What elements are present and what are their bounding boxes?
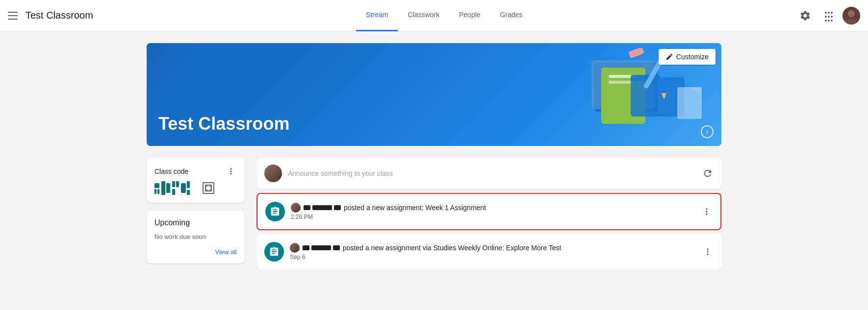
upcoming-title: Upcoming	[154, 218, 237, 227]
nav-left: Test Classroom	[8, 10, 93, 22]
svg-rect-20	[166, 183, 170, 193]
post-2-menu[interactable]	[702, 246, 714, 258]
refresh-icon[interactable]	[702, 167, 714, 179]
class-code-header: Class code	[154, 166, 237, 177]
app-title: Test Classroom	[26, 10, 93, 21]
post-2-action: posted a new assignment via Studies Week…	[343, 244, 561, 252]
svg-rect-22	[176, 181, 179, 187]
post-2-content: posted a new assignment via Studies Week…	[290, 243, 696, 261]
tab-grades[interactable]: Grades	[490, 0, 533, 31]
post-1-user-avatar	[291, 203, 301, 213]
tab-classwork[interactable]: Classwork	[398, 0, 449, 31]
post-1-time: 2:26 PM	[291, 214, 695, 220]
svg-rect-24	[181, 183, 186, 193]
banner-info-icon[interactable]: i	[701, 125, 714, 138]
announce-avatar-image	[264, 165, 282, 182]
post-2-icon	[264, 242, 284, 262]
class-banner: Customize Test Classroom i	[147, 43, 721, 146]
banner-title: Test Classroom	[158, 114, 289, 134]
svg-point-1	[848, 10, 855, 17]
svg-rect-13	[628, 48, 644, 58]
customize-button[interactable]: Customize	[659, 49, 715, 65]
post-1-top-line: posted a new assignment: Week 1 Assignme…	[291, 203, 695, 213]
svg-rect-18	[157, 189, 159, 194]
svg-rect-16	[154, 183, 159, 188]
qr-code-blocks	[154, 181, 199, 195]
expand-code-icon[interactable]	[203, 182, 214, 194]
apps-icon[interactable]	[819, 6, 839, 25]
class-code-menu[interactable]	[225, 166, 237, 177]
announce-placeholder[interactable]: Announce something to your class	[288, 169, 696, 177]
nav-right	[795, 6, 860, 25]
svg-rect-19	[161, 181, 165, 195]
feed-post-1: posted a new assignment: Week 1 Assignme…	[256, 193, 721, 230]
svg-rect-25	[187, 181, 190, 188]
post-1-icon	[265, 202, 285, 221]
view-all-link[interactable]: View all	[154, 248, 237, 256]
content-columns: Class code	[147, 158, 721, 269]
announce-avatar	[264, 165, 282, 182]
svg-rect-17	[154, 189, 156, 194]
settings-icon[interactable]	[795, 6, 815, 25]
post-2-top-line: posted a new assignment via Studies Week…	[290, 243, 696, 253]
upcoming-card: Upcoming No work due soon View all	[147, 211, 245, 263]
svg-rect-23	[172, 189, 175, 195]
post-1-content: posted a new assignment: Week 1 Assignme…	[291, 203, 695, 220]
no-work-text: No work due soon	[154, 233, 237, 240]
nav-tabs: Stream Classwork People Grades	[93, 0, 795, 31]
menu-icon[interactable]	[8, 10, 20, 22]
post-1-user-name	[304, 205, 341, 210]
feed-post-2: posted a new assignment via Studies Week…	[256, 234, 721, 269]
post-2-user-avatar	[290, 243, 300, 253]
svg-rect-26	[187, 190, 190, 195]
tab-stream[interactable]: Stream	[356, 0, 398, 31]
top-navigation: Test Classroom Stream Classwork People G…	[0, 0, 868, 31]
main-content: Customize Test Classroom i Class code	[135, 31, 733, 269]
avatar-image	[842, 7, 860, 24]
left-sidebar: Class code	[147, 158, 245, 263]
announce-bar: Announce something to your class	[256, 158, 721, 189]
svg-rect-21	[172, 181, 175, 187]
code-display	[154, 181, 237, 195]
feed-column: Announce something to your class	[256, 158, 721, 269]
svg-rect-10	[631, 75, 660, 81]
class-code-card: Class code	[147, 158, 245, 203]
post-1-action: posted a new assignment: Week 1 Assignme…	[344, 204, 486, 212]
class-code-title: Class code	[154, 167, 188, 175]
svg-rect-9	[631, 77, 685, 117]
customize-label: Customize	[676, 53, 709, 61]
user-avatar[interactable]	[842, 7, 860, 24]
post-2-time: Sep 6	[290, 254, 696, 261]
tab-people[interactable]: People	[449, 0, 490, 31]
post-2-user-name	[303, 245, 340, 250]
svg-rect-8	[609, 81, 633, 84]
post-1-menu[interactable]	[701, 206, 713, 217]
